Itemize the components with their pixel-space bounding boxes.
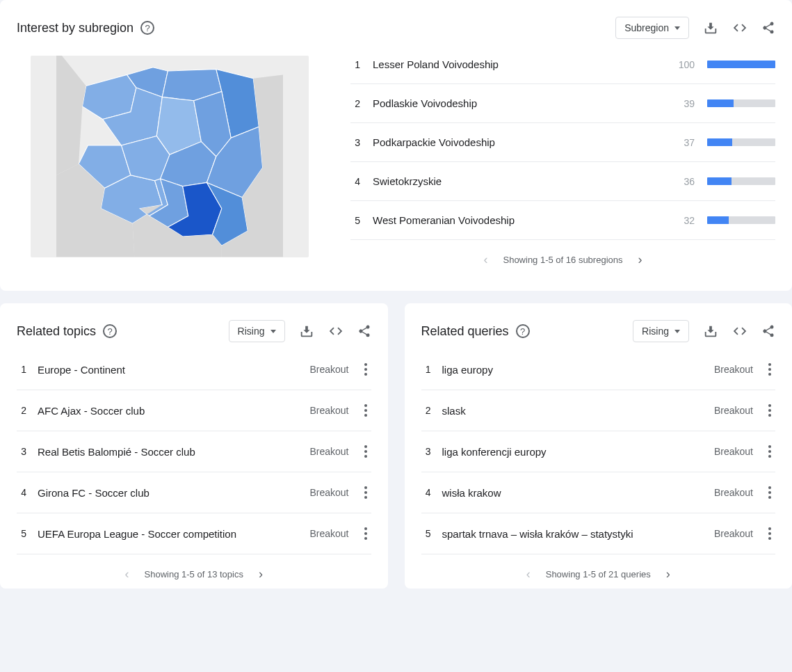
list-item[interactable]: 2 AFC Ajax - Soccer club Breakout xyxy=(17,390,371,431)
status-badge: Breakout xyxy=(714,364,753,375)
download-icon[interactable] xyxy=(703,20,718,35)
status-badge: Breakout xyxy=(714,446,753,457)
region-value: 37 xyxy=(671,137,695,148)
list-item[interactable]: 2 slask Breakout xyxy=(421,390,776,431)
region-name: Lesser Poland Voivodeship xyxy=(373,58,658,70)
region-value: 39 xyxy=(671,98,695,109)
list-item[interactable]: 4 Girona FC - Soccer club Breakout xyxy=(17,472,371,513)
rank: 2 xyxy=(350,98,360,109)
queries-title: Related queries xyxy=(421,324,509,339)
rank: 4 xyxy=(421,487,431,498)
queries-sort-selector[interactable]: Rising xyxy=(633,320,689,342)
more-icon[interactable] xyxy=(360,527,371,540)
more-icon[interactable] xyxy=(764,486,775,499)
queries-list: 1 liga europy Breakout 2 slask Breakout … xyxy=(405,342,793,589)
rank: 1 xyxy=(350,59,360,70)
download-icon[interactable] xyxy=(299,323,314,339)
list-item[interactable]: 1 Europe - Continent Breakout xyxy=(17,349,371,390)
query-name: slask xyxy=(442,405,703,417)
table-row[interactable]: 3 Podkarpackie Voivodeship 37 xyxy=(350,123,775,162)
topics-sort-selector[interactable]: Rising xyxy=(229,320,285,342)
next-page-button[interactable]: › xyxy=(663,564,673,584)
pager-text: Showing 1-5 of 21 queries xyxy=(546,569,651,579)
more-icon[interactable] xyxy=(764,527,775,540)
embed-icon[interactable] xyxy=(328,323,344,339)
list-item[interactable]: 1 liga europy Breakout xyxy=(421,349,776,390)
status-badge: Breakout xyxy=(714,528,753,539)
help-icon[interactable]: ? xyxy=(140,21,154,35)
status-badge: Breakout xyxy=(714,487,753,498)
chevron-down-icon xyxy=(674,330,680,333)
rank: 4 xyxy=(350,176,360,187)
rank: 3 xyxy=(350,137,360,148)
pager-text: Showing 1-5 of 13 topics xyxy=(145,569,243,579)
table-row[interactable]: 5 West Pomeranian Voivodeship 32 xyxy=(350,201,775,240)
rank: 5 xyxy=(421,528,431,539)
bar xyxy=(707,177,775,185)
topic-name: AFC Ajax - Soccer club xyxy=(38,405,298,417)
embed-icon[interactable] xyxy=(732,323,747,339)
more-icon[interactable] xyxy=(764,445,775,458)
share-icon[interactable] xyxy=(357,324,371,338)
embed-icon[interactable] xyxy=(732,20,747,35)
table-row[interactable]: 2 Podlaskie Voivodeship 39 xyxy=(350,84,775,123)
chevron-down-icon xyxy=(270,330,276,333)
status-badge: Breakout xyxy=(309,405,348,416)
help-icon[interactable]: ? xyxy=(516,324,530,338)
bar xyxy=(707,138,775,146)
more-icon[interactable] xyxy=(360,486,371,499)
rank: 1 xyxy=(421,364,431,375)
list-item[interactable]: 4 wisła krakow Breakout xyxy=(421,472,776,513)
list-item[interactable]: 3 Real Betis Balompié - Soccer club Brea… xyxy=(17,431,371,472)
share-icon[interactable] xyxy=(761,324,775,338)
list-item[interactable]: 5 UEFA Europa League - Soccer competitio… xyxy=(17,513,371,554)
region-name: Podlaskie Voivodeship xyxy=(373,97,658,109)
bar-fill xyxy=(707,138,732,146)
bar-fill xyxy=(707,61,775,68)
more-icon[interactable] xyxy=(764,404,775,417)
pager-text: Showing 1-5 of 16 subregions xyxy=(503,255,622,265)
list-item[interactable]: 3 liga konferencji europy Breakout xyxy=(421,431,776,472)
next-page-button[interactable]: › xyxy=(256,564,266,584)
table-row[interactable]: 4 Swietokrzyskie 36 xyxy=(350,162,775,201)
prev-page-button[interactable]: ‹ xyxy=(524,564,533,584)
rank: 2 xyxy=(421,405,431,416)
bar xyxy=(707,61,775,68)
topic-name: Europe - Continent xyxy=(38,364,298,376)
query-name: wisła krakow xyxy=(442,487,703,499)
rank: 1 xyxy=(17,364,26,375)
status-badge: Breakout xyxy=(309,487,348,498)
prev-page-button[interactable]: ‹ xyxy=(122,564,132,584)
region-name: Swietokrzyskie xyxy=(373,175,658,187)
topics-list: 1 Europe - Continent Breakout 2 AFC Ajax… xyxy=(0,342,388,589)
query-name: spartak trnava – wisła kraków – statysty… xyxy=(442,528,703,540)
status-badge: Breakout xyxy=(714,405,753,416)
subregion-selector[interactable]: Subregion xyxy=(615,17,689,39)
more-icon[interactable] xyxy=(360,404,371,417)
related-topics-card: Related topics ? Rising 1 Europe - Conti… xyxy=(0,303,388,589)
poland-map[interactable] xyxy=(31,56,309,257)
more-icon[interactable] xyxy=(360,363,371,376)
region-value: 100 xyxy=(671,59,695,70)
more-icon[interactable] xyxy=(764,363,775,376)
bar-fill xyxy=(707,99,734,107)
map-container xyxy=(17,56,323,274)
chevron-down-icon xyxy=(674,26,680,30)
status-badge: Breakout xyxy=(309,528,348,539)
share-icon[interactable] xyxy=(761,21,775,35)
rank: 5 xyxy=(350,215,360,226)
list-item[interactable]: 5 spartak trnava – wisła kraków – statys… xyxy=(421,513,776,554)
status-badge: Breakout xyxy=(309,364,348,375)
next-page-button[interactable]: › xyxy=(636,250,645,270)
table-row[interactable]: 1 Lesser Poland Voivodeship 100 xyxy=(350,56,775,84)
download-icon[interactable] xyxy=(703,323,718,339)
help-icon[interactable]: ? xyxy=(103,324,117,338)
region-name: West Pomeranian Voivodeship xyxy=(373,214,658,226)
related-queries-card: Related queries ? Rising 1 liga europy B… xyxy=(405,303,793,589)
prev-page-button[interactable]: ‹ xyxy=(480,250,490,270)
rank: 4 xyxy=(17,487,26,498)
subregion-card: Interest by subregion ? Subregion xyxy=(0,0,792,291)
rank: 2 xyxy=(17,405,26,416)
more-icon[interactable] xyxy=(360,445,371,458)
subregion-selector-label: Subregion xyxy=(624,22,669,33)
